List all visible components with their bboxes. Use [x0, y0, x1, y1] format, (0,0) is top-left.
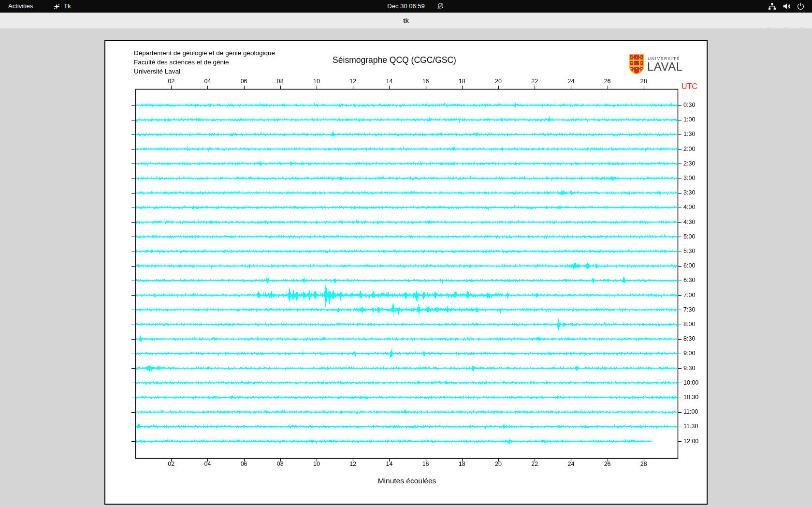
x-tick-label-bottom: 18	[459, 461, 465, 467]
universite-laval-logo: UNIVERSITÉ LAVAL	[628, 53, 701, 76]
utc-time-label: 1:00	[683, 116, 695, 123]
utc-time-label: 7:00	[683, 292, 695, 299]
utc-time-label: 6:00	[683, 262, 695, 269]
x-tick-label-top: 06	[241, 78, 247, 85]
utc-time-label: 3:00	[683, 175, 695, 181]
address-line-1: Département de géologie et de génie géol…	[134, 49, 275, 57]
power-icon[interactable]	[797, 0, 805, 13]
x-tick-label-bottom: 04	[204, 461, 211, 467]
seismograph-sheet: Département de géologie et de génie géol…	[104, 40, 708, 505]
x-tick-label-bottom: 08	[277, 461, 284, 467]
x-tick-label-bottom: 24	[567, 461, 574, 467]
utc-time-label: 9:00	[683, 350, 695, 357]
x-tick-label-bottom: 14	[386, 461, 392, 467]
focused-app-indicator[interactable]: Tk	[53, 0, 71, 13]
bell-muted-icon	[436, 0, 444, 13]
address-line-3: Université Laval	[134, 68, 180, 75]
x-tick-label-bottom: 20	[495, 461, 502, 467]
window-titlebar[interactable]: tk	[0, 13, 812, 29]
window-title: tk	[403, 13, 409, 29]
x-tick-label-top: 20	[495, 78, 502, 85]
utc-time-label: 12:00	[683, 438, 698, 445]
utc-time-label: 10:30	[683, 394, 698, 401]
utc-time-label: 7:30	[683, 306, 695, 313]
address-line-2: Faculté des sciences et de génie	[134, 59, 229, 66]
utc-time-label: 3:30	[683, 189, 695, 196]
x-tick-label-bottom: 28	[640, 461, 647, 467]
x-tick-label-top: 02	[168, 78, 174, 85]
plot-title: Séismographe QCQ (CGC/GSC)	[333, 55, 456, 65]
utc-time-label: 2:30	[683, 160, 695, 167]
x-tick-label-bottom: 22	[531, 461, 538, 467]
x-tick-label-bottom: 10	[313, 461, 320, 467]
volume-icon[interactable]	[783, 0, 791, 13]
utc-time-label: 10:00	[683, 379, 698, 386]
x-tick-label-top: 24	[567, 78, 574, 85]
tk-feather-icon	[53, 3, 60, 10]
x-tick-label-bottom: 16	[422, 461, 429, 467]
utc-time-label: 8:00	[683, 321, 695, 328]
institution-address: Département de géologie et de génie géol…	[134, 48, 275, 76]
x-tick-label-top: 18	[459, 78, 465, 85]
utc-time-label: 2:00	[683, 146, 695, 152]
utc-time-label: 9:30	[683, 365, 695, 372]
x-tick-label-top: 22	[531, 78, 538, 85]
utc-time-label: 11:00	[683, 408, 698, 415]
network-wired-icon[interactable]	[768, 0, 776, 13]
clock[interactable]: Dec 30 06:59	[387, 0, 424, 13]
logo-laval-text: LAVAL	[647, 60, 683, 74]
x-tick-label-top: 16	[422, 78, 429, 85]
utc-time-label: 5:30	[683, 248, 695, 254]
utc-time-label: 4:00	[683, 204, 695, 210]
activities-button[interactable]: Activities	[8, 0, 33, 13]
x-tick-label-top: 28	[640, 78, 647, 85]
x-tick-label-bottom: 26	[604, 461, 611, 467]
utc-time-label: 5:00	[683, 233, 695, 240]
laval-shield-icon	[628, 54, 645, 75]
utc-time-label: 8:30	[683, 335, 695, 342]
x-tick-label-top: 04	[204, 78, 211, 85]
x-tick-label-bottom: 12	[349, 461, 356, 467]
utc-time-label: 11:30	[683, 423, 698, 430]
utc-time-label: 6:30	[683, 277, 695, 284]
utc-time-label: 4:30	[683, 219, 695, 225]
x-tick-label-top: 26	[604, 78, 611, 85]
utc-time-label: 1:30	[683, 131, 695, 137]
tk-window-body: Département de géologie et de génie géol…	[0, 29, 812, 508]
helicorder-plot	[105, 41, 709, 506]
gnome-top-bar: Activities Tk Dec 30 06:59	[0, 0, 812, 13]
utc-time-label: 0:30	[683, 102, 695, 108]
x-tick-label-bottom: 02	[168, 461, 174, 467]
app-name: Tk	[64, 0, 71, 13]
x-axis-title: Minutes écoulées	[378, 477, 436, 485]
x-tick-label-top: 10	[313, 78, 320, 85]
utc-axis-label: UTC	[682, 82, 697, 91]
x-tick-label-top: 08	[277, 78, 284, 85]
x-tick-label-bottom: 06	[241, 461, 247, 467]
x-tick-label-top: 12	[349, 78, 356, 85]
x-tick-label-top: 14	[386, 78, 392, 85]
